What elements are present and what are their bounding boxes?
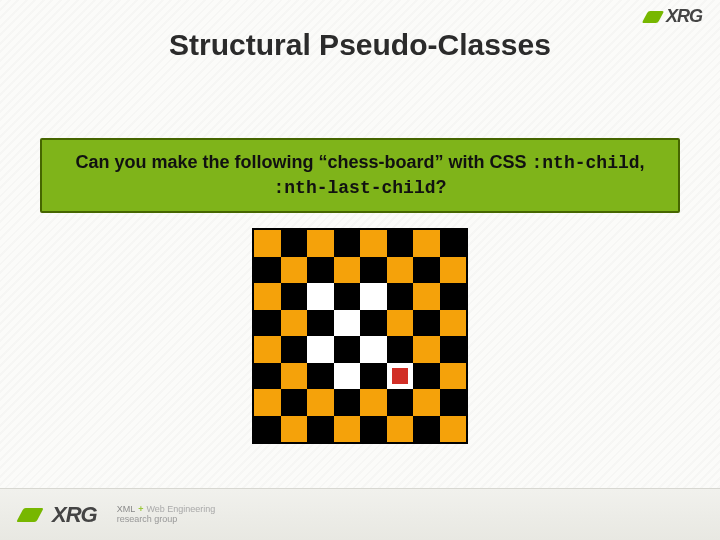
board-cell [360,363,387,390]
prompt-end: ? [436,177,447,197]
board-cell [254,310,281,337]
board-cell [281,416,308,443]
board-cell [307,230,334,257]
board-cell [360,416,387,443]
prompt-sep: , [640,152,645,172]
board-cell [334,283,361,310]
board-cell [307,257,334,284]
board-cell [413,230,440,257]
board-cell [254,230,281,257]
board-cell [387,310,414,337]
chessboard [252,228,468,444]
board-cell [254,363,281,390]
board-cell [254,416,281,443]
board-cell [307,310,334,337]
board-cell [281,363,308,390]
board-cell [440,336,467,363]
prompt-code2: :nth-last-child [273,178,435,198]
board-cell [334,310,361,337]
board-cell [440,389,467,416]
board-cell [307,389,334,416]
board-cell [334,230,361,257]
board-cell [360,389,387,416]
board-cell [307,283,334,310]
board-cell [334,416,361,443]
board-cell [413,310,440,337]
board-cell [440,257,467,284]
board-cell [281,257,308,284]
board-cell [360,257,387,284]
board-cell [413,257,440,284]
footer-subtext: XML + Web Engineering research group [117,505,216,524]
board-cell [360,230,387,257]
footer-research: research group [117,515,216,524]
board-cell [307,416,334,443]
board-cell [440,416,467,443]
footer-brand: XRG [52,502,97,528]
prompt-code1: :nth-child [532,153,640,173]
board-cell [360,336,387,363]
board-cell [387,257,414,284]
slide: XRG Structural Pseudo-Classes Can you ma… [0,0,720,540]
swoosh-icon [642,11,664,23]
board-cell [254,257,281,284]
board-cell [281,283,308,310]
logo-text: XRG [666,6,702,27]
prompt-banner: Can you make the following “chess-board”… [40,138,680,213]
page-title: Structural Pseudo-Classes [0,28,720,62]
board-cell [413,363,440,390]
board-cell [387,283,414,310]
board-cell [413,389,440,416]
board-cell [254,336,281,363]
footer-swoosh-icon [16,508,43,522]
board-cell [307,363,334,390]
board-cell [360,283,387,310]
board-cell [281,389,308,416]
prompt-part1: Can you make the following “chess-board”… [75,152,531,172]
board-cell [387,363,414,390]
top-right-logo: XRG [645,6,702,27]
board-cell [334,257,361,284]
board-cell [387,230,414,257]
board-cell [413,336,440,363]
board-cell [413,283,440,310]
board-cell [440,283,467,310]
board-cell [387,336,414,363]
board-cell [281,230,308,257]
board-cell [334,363,361,390]
board-cell [334,389,361,416]
board-cell [440,310,467,337]
board-cell [360,310,387,337]
board-cell [334,336,361,363]
board-cell [281,336,308,363]
board-cell [440,230,467,257]
board-cell [413,416,440,443]
board-cell [387,389,414,416]
board-cell [440,363,467,390]
footer: XRG XML + Web Engineering research group [0,488,720,540]
board-cell [281,310,308,337]
board-cell [387,416,414,443]
board-cell [307,336,334,363]
board-cell [254,389,281,416]
board-cell [254,283,281,310]
